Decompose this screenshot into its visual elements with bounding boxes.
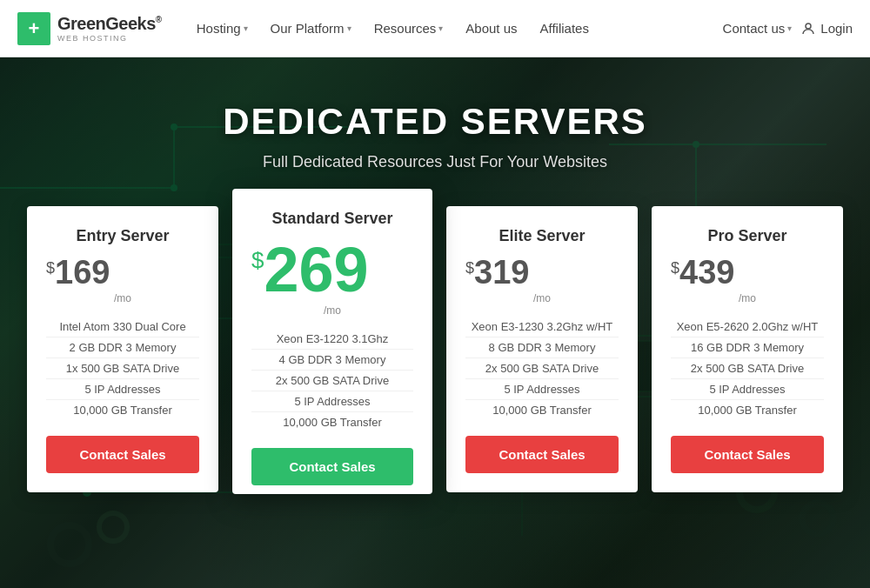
feature-item: Xeon E3-1220 3.1Ghz (251, 329, 413, 350)
svg-point-0 (806, 23, 811, 29)
feature-item: 2 GB DDR 3 Memory (46, 337, 199, 358)
nav-item-hosting[interactable]: Hosting ▾ (188, 14, 257, 43)
feature-item: 2x 500 GB SATA Drive (671, 358, 824, 379)
features-list: Intel Atom 330 Dual Core 2 GB DDR 3 Memo… (46, 317, 199, 420)
feature-item: 2x 500 GB SATA Drive (251, 371, 413, 391)
login-button[interactable]: Login (800, 21, 853, 37)
hero-content: DEDICATED SERVERS Full Dedicated Resourc… (0, 57, 870, 511)
plan-card-elite: Elite Server $ 319 /mo Xeon E3-1230 3.2G… (446, 206, 638, 492)
hero-section: DEDICATED SERVERS Full Dedicated Resourc… (0, 57, 870, 588)
nav-links: Hosting ▾ Our Platform ▾ Resources ▾ Abo… (188, 14, 723, 43)
hero-title: DEDICATED SERVERS (0, 101, 870, 143)
chevron-down-icon: ▾ (347, 23, 351, 33)
nav-right: Contact us ▾ Login (723, 21, 853, 37)
plan-card-standard: Standard Server $ 269 /mo Xeon E3-1220 3… (232, 189, 432, 494)
price-row: $ 439 (671, 256, 824, 289)
feature-item: 5 IP Addresses (671, 379, 824, 400)
feature-item: 10,000 GB Transfer (251, 412, 413, 432)
contact-sales-button[interactable]: Contact Sales (251, 448, 413, 485)
feature-item: 5 IP Addresses (46, 379, 199, 400)
per-month: /mo (251, 304, 413, 317)
feature-item: 10,000 GB Transfer (671, 400, 824, 420)
price-amount: 169 (55, 256, 110, 289)
feature-item: Xeon E3-1230 3.2Ghz w/HT (465, 317, 619, 337)
hero-subtitle: Full Dedicated Resources Just For Your W… (0, 153, 870, 171)
nav-item-platform[interactable]: Our Platform ▾ (262, 14, 360, 43)
features-list: Xeon E3-1230 3.2Ghz w/HT 8 GB DDR 3 Memo… (465, 317, 619, 420)
dollar-sign: $ (671, 259, 679, 277)
pricing-cards: Entry Server $ 169 /mo Intel Atom 330 Du… (0, 206, 870, 511)
feature-item: Xeon E5-2620 2.0Ghz w/HT (671, 317, 824, 337)
nav-item-about[interactable]: About us (457, 14, 525, 43)
plan-card-entry: Entry Server $ 169 /mo Intel Atom 330 Du… (27, 206, 218, 492)
feature-item: 16 GB DDR 3 Memory (671, 337, 824, 358)
contact-sales-button[interactable]: Contact Sales (465, 436, 619, 473)
plan-name: Pro Server (671, 227, 824, 245)
dollar-sign: $ (46, 259, 55, 277)
feature-item: 4 GB DDR 3 Memory (251, 350, 413, 371)
feature-item: 1x 500 GB SATA Drive (46, 358, 199, 379)
price-amount: 319 (474, 256, 529, 289)
contact-us-button[interactable]: Contact us ▾ (723, 21, 793, 36)
contact-sales-button[interactable]: Contact Sales (46, 436, 199, 473)
plan-name: Elite Server (465, 227, 619, 245)
feature-item: 5 IP Addresses (251, 391, 413, 412)
nav-item-resources[interactable]: Resources ▾ (365, 14, 452, 43)
user-icon (800, 21, 816, 37)
navbar: + GreenGeeks® WEB HOSTING Hosting ▾ Our … (0, 0, 870, 57)
price-row: $ 169 (46, 256, 199, 289)
plan-name: Entry Server (46, 227, 199, 245)
features-list: Xeon E5-2620 2.0Ghz w/HT 16 GB DDR 3 Mem… (671, 317, 824, 420)
price-amount: 269 (264, 238, 368, 301)
feature-item: 10,000 GB Transfer (46, 400, 199, 420)
logo-name: GreenGeeks® (57, 14, 162, 34)
plan-name: Standard Server (251, 210, 413, 228)
dollar-sign: $ (465, 259, 474, 277)
price-row: $ 319 (465, 256, 619, 289)
logo[interactable]: + GreenGeeks® WEB HOSTING (17, 12, 162, 45)
price-row: $ 269 (251, 238, 413, 301)
per-month: /mo (46, 292, 199, 304)
logo-sub: WEB HOSTING (57, 34, 162, 43)
feature-item: 2x 500 GB SATA Drive (465, 358, 619, 379)
contact-sales-button[interactable]: Contact Sales (671, 436, 824, 473)
plan-card-pro: Pro Server $ 439 /mo Xeon E5-2620 2.0Ghz… (652, 206, 843, 492)
chevron-down-icon: ▾ (438, 23, 443, 33)
per-month: /mo (465, 292, 619, 304)
chevron-down-icon: ▾ (787, 23, 792, 33)
dollar-sign: $ (251, 247, 264, 274)
feature-item: 8 GB DDR 3 Memory (465, 337, 619, 358)
logo-icon: + (17, 12, 50, 45)
feature-item: 10,000 GB Transfer (465, 400, 619, 420)
nav-item-affiliates[interactable]: Affiliates (532, 14, 598, 43)
per-month: /mo (671, 292, 824, 304)
feature-item: Intel Atom 330 Dual Core (46, 317, 199, 337)
price-amount: 439 (679, 256, 734, 289)
chevron-down-icon: ▾ (244, 23, 248, 33)
feature-item: 5 IP Addresses (465, 379, 619, 400)
features-list: Xeon E3-1220 3.1Ghz 4 GB DDR 3 Memory 2x… (251, 329, 413, 432)
